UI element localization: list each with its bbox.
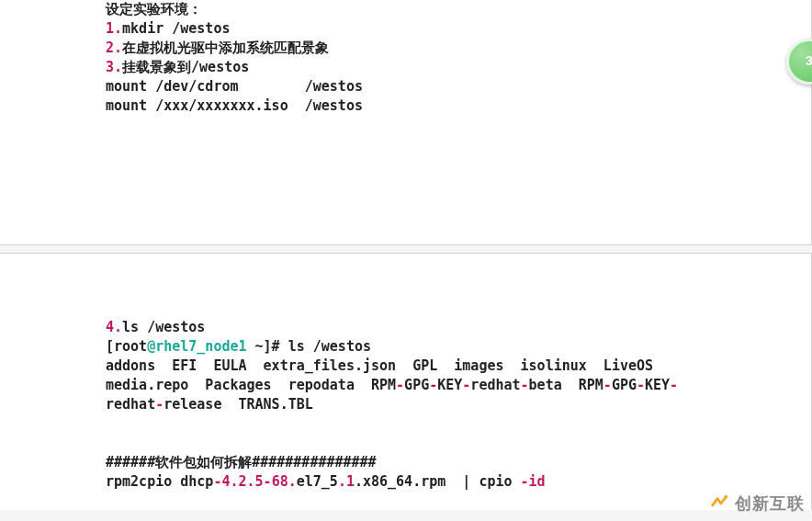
- step-text: mkdir /westos: [122, 20, 230, 37]
- ls-output-2: media.repo Packages repodata RPM-GPG-KEY…: [106, 376, 811, 395]
- step-1: 1.mkdir /westos: [106, 19, 811, 39]
- version: .1: [338, 473, 355, 490]
- prompt-open: [root: [106, 338, 147, 355]
- dest: /westos: [305, 97, 363, 114]
- ls-output-3: redhat-release TRANS.TBL: [106, 395, 811, 414]
- step-number: 1.: [106, 20, 122, 37]
- section-header: ######软件包如何拆解###############: [106, 453, 811, 472]
- hashes: ###############: [252, 454, 376, 470]
- dash-icon: -: [462, 377, 470, 393]
- dash-icon: -: [264, 473, 272, 490]
- dash-icon: -: [603, 377, 612, 393]
- pad: [239, 78, 305, 95]
- cmd: mount: [106, 97, 155, 114]
- path: /dev/cdrom: [155, 78, 238, 95]
- mount-line-1: mount /dev/cdrom /westos: [106, 77, 811, 96]
- step-2: 2.在虚拟机光驱中添加系统匹配景象: [106, 39, 811, 58]
- pad: [288, 97, 305, 114]
- text-line: 设定实验环境：: [106, 0, 811, 19]
- version: 68.: [272, 473, 297, 490]
- prompt-line: [root@rhel7_node1 ~]# ls /westos: [106, 337, 811, 357]
- svg-point-0: [725, 495, 728, 499]
- dash-icon: -: [670, 377, 678, 393]
- ls-output-1: addons EFI EULA extra_files.json GPL ima…: [106, 357, 811, 376]
- txt: release TRANS.TBL: [164, 396, 313, 413]
- txt: .x86_64.rpm | cpio: [355, 473, 521, 490]
- dash-icon: -: [429, 377, 437, 393]
- cmd: mount: [106, 78, 155, 95]
- step-number: 4.: [106, 319, 122, 335]
- txt: KEY: [437, 377, 462, 393]
- txt: redhat: [470, 377, 520, 393]
- tag: el7_5: [297, 473, 338, 490]
- watermark-text: 创新互联: [735, 493, 805, 515]
- dash-icon: -: [396, 377, 404, 393]
- header-text: 软件包如何拆解: [155, 454, 252, 470]
- dash-icon: -: [637, 377, 645, 393]
- version: 4.2.5: [221, 473, 263, 490]
- txt: media.repo Packages repodata RPM: [106, 377, 396, 393]
- watermark-logo-icon: [709, 493, 729, 514]
- code-block-1: 设定实验环境： 1.mkdir /westos 2.在虚拟机光驱中添加系统匹配景…: [0, 0, 812, 245]
- step-number: 2.: [106, 40, 122, 56]
- step-text: ls /westos: [122, 319, 205, 335]
- flag: -id: [521, 473, 546, 490]
- txt: redhat: [106, 396, 155, 413]
- step-4: 4.ls /westos: [106, 318, 811, 337]
- txt: GPG: [404, 377, 429, 393]
- blank-line: [106, 434, 811, 453]
- hashes: ######: [106, 454, 155, 470]
- prompt-tail: ~]# ls /westos: [247, 338, 371, 355]
- watermark: 创新互联: [709, 493, 805, 515]
- step-number: 3.: [106, 59, 122, 75]
- prompt-host: rhel7_node1: [155, 338, 246, 355]
- badge-text: 3: [806, 52, 812, 71]
- txt: KEY: [645, 377, 670, 393]
- mount-line-2: mount /xxx/xxxxxxx.iso /westos: [106, 96, 811, 116]
- txt: beta RPM: [529, 377, 603, 393]
- dash-icon: -: [155, 396, 164, 413]
- code-block-2: 4.ls /westos [root@rhel7_node1 ~]# ls /w…: [0, 253, 812, 510]
- step-3: 3.挂载景象到/westos: [106, 58, 811, 77]
- blank-line: [106, 414, 811, 434]
- cpio-line: rpm2cpio dhcp-4.2.5-68.el7_5.1.x86_64.rp…: [106, 472, 811, 492]
- txt: GPG: [612, 377, 637, 393]
- dash-icon: -: [521, 377, 529, 393]
- path: /xxx/xxxxxxx.iso: [155, 97, 288, 114]
- dest: /westos: [305, 78, 363, 95]
- step-text: 在虚拟机光驱中添加系统匹配景象: [122, 40, 329, 56]
- prompt-at: @: [147, 338, 155, 355]
- txt: rpm2cpio dhcp: [106, 473, 213, 490]
- step-text: 挂载景象到/westos: [122, 59, 249, 75]
